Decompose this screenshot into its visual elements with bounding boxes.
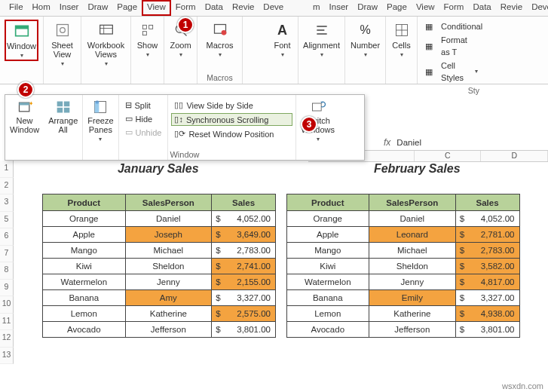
cell-product[interactable]: Orange: [286, 211, 369, 227]
col-c[interactable]: C: [415, 151, 482, 161]
cell-product[interactable]: Kiwi: [286, 259, 369, 274]
row-number[interactable]: 3: [0, 194, 14, 212]
cell-product[interactable]: Apple: [286, 227, 369, 243]
tab-right-m[interactable]: m: [308, 0, 325, 13]
cell-salesperson[interactable]: Katherine: [125, 306, 212, 322]
fx-icon[interactable]: fx: [384, 137, 390, 148]
cell-product[interactable]: Kiwi: [43, 259, 126, 274]
conditional-format-button[interactable]: ▦ Conditional: [422, 20, 481, 33]
tab-right-revie[interactable]: Revie: [496, 0, 527, 13]
cell-sales[interactable]: $3,801.00: [212, 322, 276, 338]
tab-form[interactable]: Form: [171, 0, 201, 16]
cell-sales[interactable]: $2,575.00: [212, 306, 276, 322]
cell-salesperson[interactable]: Amy: [125, 290, 212, 306]
cell-salesperson[interactable]: Joseph: [125, 227, 212, 243]
sheet-view-button[interactable]: Sheet View ▾: [48, 20, 76, 69]
row-number[interactable]: 13: [0, 348, 14, 365]
font-button[interactable]: A Font ▾: [271, 20, 293, 60]
row-number[interactable]: 7: [0, 246, 14, 263]
cell-salesperson[interactable]: Michael: [369, 243, 456, 259]
reset-window-position-button[interactable]: ▯⟳Reset Window Position: [171, 128, 292, 139]
cell-sales[interactable]: $3,327.00: [212, 290, 276, 306]
tab-file[interactable]: File: [5, 0, 28, 16]
cell-sales[interactable]: $4,938.00: [455, 306, 519, 322]
table-row[interactable]: AppleLeonard$2,781.00: [286, 227, 519, 243]
cell-salesperson[interactable]: Sheldon: [369, 259, 456, 274]
cell-sales[interactable]: $2,781.00: [455, 227, 519, 243]
cell-sales[interactable]: $3,327.00: [455, 290, 519, 306]
cell-sales[interactable]: $2,155.00: [212, 274, 276, 290]
synchronous-scrolling-button[interactable]: ▯↕Synchronous Scrolling: [171, 113, 292, 126]
cell-salesperson[interactable]: Daniel: [369, 211, 456, 227]
formula-value[interactable]: Daniel: [396, 138, 421, 147]
row-number[interactable]: 1: [0, 161, 14, 178]
tab-page[interactable]: Page: [112, 0, 142, 16]
cell-salesperson[interactable]: Jenny: [125, 274, 212, 290]
show-button[interactable]: Show ▾: [136, 20, 159, 60]
cell-sales[interactable]: $4,052.00: [455, 211, 519, 227]
format-as-table-button[interactable]: ▦ Format as T: [422, 33, 481, 59]
cell-product[interactable]: Lemon: [286, 306, 369, 322]
table-row[interactable]: WatermelonJenny$4,817.00: [286, 274, 519, 290]
tab-revie[interactable]: Revie: [228, 0, 259, 16]
view-side-by-side-button[interactable]: ▯▯View Side by Side: [171, 100, 292, 111]
table-row[interactable]: AvocadoJefferson$3,801.00: [286, 322, 519, 338]
cell-product[interactable]: Avocado: [43, 322, 126, 338]
row-number[interactable]: 12: [0, 330, 14, 348]
cell-sales[interactable]: $2,783.00: [455, 243, 519, 259]
cell-product[interactable]: Mango: [43, 243, 126, 259]
window-button[interactable]: Window ▾: [5, 20, 38, 61]
table-row[interactable]: KiwiSheldon$2,741.00: [43, 259, 276, 274]
cell-salesperson[interactable]: Jenny: [369, 274, 456, 290]
table-row[interactable]: BananaAmy$3,327.00: [43, 290, 276, 306]
table-row[interactable]: AvocadoJefferson$3,801.00: [43, 322, 276, 338]
tab-deve[interactable]: Deve: [259, 0, 288, 16]
col-d[interactable]: D: [481, 151, 548, 161]
workbook-views-button[interactable]: Workbook Views ▾: [86, 20, 126, 69]
cell-sales[interactable]: $4,817.00: [455, 274, 519, 290]
table-row[interactable]: OrangeDaniel$4,052.00: [43, 211, 276, 227]
table-row[interactable]: LemonKatherine$4,938.00: [286, 306, 519, 322]
row-number[interactable]: 11: [0, 314, 14, 331]
tab-right-inser[interactable]: Inser: [325, 0, 354, 13]
table-row[interactable]: MangoMichael$2,783.00: [43, 243, 276, 259]
tab-draw[interactable]: Draw: [83, 0, 112, 16]
tab-right-draw[interactable]: Draw: [353, 0, 382, 13]
row-number[interactable]: 10: [0, 296, 14, 314]
tab-right-deve[interactable]: Deve: [527, 0, 548, 13]
table-row[interactable]: MangoMichael$2,783.00: [286, 243, 519, 259]
cell-salesperson[interactable]: Emily: [369, 290, 456, 306]
tab-hom[interactable]: Hom: [28, 0, 55, 16]
cell-sales[interactable]: $2,783.00: [212, 243, 276, 259]
cell-product[interactable]: Mango: [286, 243, 369, 259]
tab-right-data[interactable]: Data: [468, 0, 495, 13]
cell-product[interactable]: Avocado: [286, 322, 369, 338]
cell-salesperson[interactable]: Katherine: [369, 306, 456, 322]
tab-view[interactable]: View: [142, 0, 171, 16]
row-number[interactable]: 6: [0, 228, 14, 246]
cell-product[interactable]: Orange: [43, 211, 126, 227]
cell-salesperson[interactable]: Michael: [125, 243, 212, 259]
cell-salesperson[interactable]: Sheldon: [125, 259, 212, 274]
table-row[interactable]: BananaEmily$3,327.00: [286, 290, 519, 306]
row-number[interactable]: 5: [0, 212, 14, 229]
cell-product[interactable]: Apple: [43, 227, 126, 243]
row-number[interactable]: 9: [0, 280, 14, 297]
cell-styles-button[interactable]: ▦ Cell Styles▾: [422, 59, 481, 84]
table-row[interactable]: OrangeDaniel$4,052.00: [286, 211, 519, 227]
cells-button[interactable]: Cells ▾: [390, 20, 412, 60]
number-button[interactable]: % Number ▾: [350, 20, 381, 60]
table-row[interactable]: KiwiSheldon$3,582.00: [286, 259, 519, 274]
tab-right-page[interactable]: Page: [382, 0, 412, 13]
cell-salesperson[interactable]: Jefferson: [369, 322, 456, 338]
cell-product[interactable]: Lemon: [43, 306, 126, 322]
cell-salesperson[interactable]: Jefferson: [125, 322, 212, 338]
tab-right-view[interactable]: View: [412, 0, 439, 13]
cell-salesperson[interactable]: Daniel: [125, 211, 212, 227]
table-row[interactable]: AppleJoseph$3,649.00: [43, 227, 276, 243]
alignment-button[interactable]: Alignment ▾: [303, 20, 340, 60]
tab-inser[interactable]: Inser: [55, 0, 84, 16]
cell-product[interactable]: Watermelon: [286, 274, 369, 290]
macros-button[interactable]: Macros ▾: [202, 20, 237, 60]
cell-salesperson[interactable]: Leonard: [369, 227, 456, 243]
